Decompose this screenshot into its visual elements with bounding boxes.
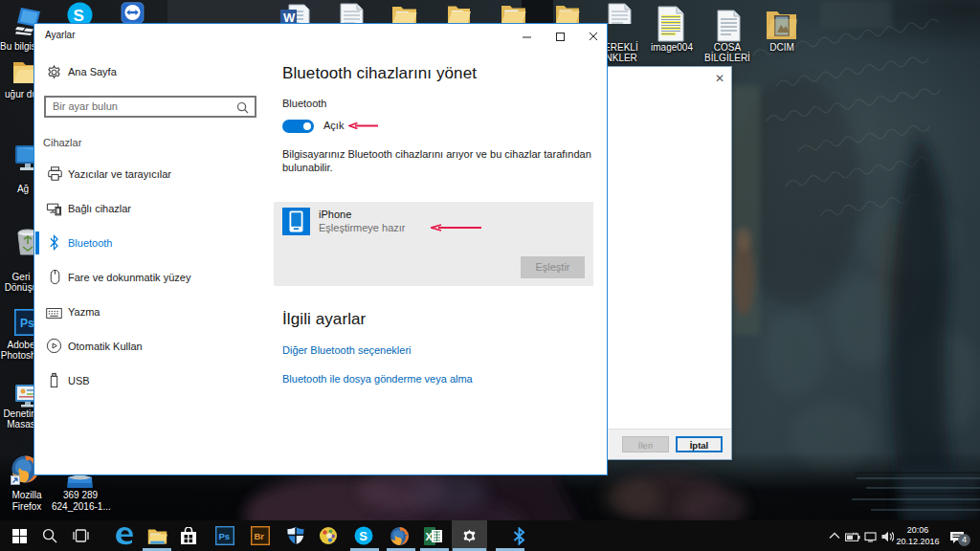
svg-text:Ps: Ps [219,531,231,541]
svg-text:W: W [283,11,296,24]
svg-text:X: X [426,531,434,542]
svg-text:Ps: Ps [20,317,34,330]
svg-text:S: S [359,529,368,543]
svg-text:Br: Br [255,531,265,541]
